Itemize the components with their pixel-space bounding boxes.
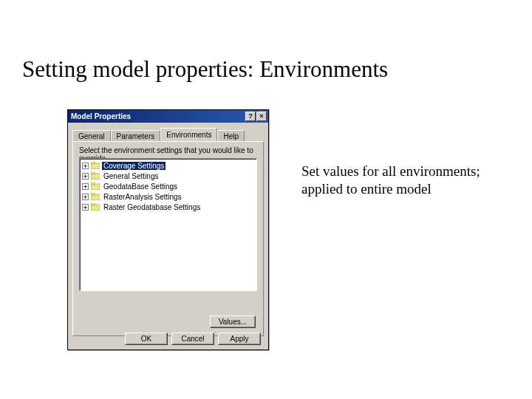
slide-annotation: Set values for all environments; applied… <box>301 163 486 198</box>
tree-row[interactable]: + Raster Geodatabase Settings <box>80 202 256 212</box>
svg-rect-9 <box>91 203 95 205</box>
tree-label[interactable]: RasterAnalysis Settings <box>102 193 183 201</box>
svg-rect-7 <box>91 193 95 195</box>
folder-icon <box>91 162 100 169</box>
slide-title: Setting model properties: Environments <box>22 56 388 83</box>
tab-panel-environments: Select the environment settings that you… <box>72 141 264 336</box>
svg-rect-5 <box>91 183 95 185</box>
titlebar-title: Model Properties <box>69 112 245 120</box>
svg-rect-1 <box>91 162 95 164</box>
tab-row: General Parameters Environments Help <box>68 123 268 141</box>
tree-row[interactable]: + Coverage Settings <box>80 160 256 171</box>
tab-parameters[interactable]: Parameters <box>111 130 161 142</box>
dialog-button-row: OK Cancel Apply <box>125 332 261 345</box>
tab-help[interactable]: Help <box>217 130 245 142</box>
expand-icon[interactable]: + <box>82 204 89 211</box>
tree-row[interactable]: + GeodataBase Settings <box>80 181 256 191</box>
values-button[interactable]: Values... <box>210 316 256 328</box>
expand-icon[interactable]: + <box>82 183 89 190</box>
model-properties-dialog: Model Properties ? × General Parameters … <box>67 109 269 350</box>
tree-row[interactable]: + General Settings <box>80 171 256 181</box>
titlebar: Model Properties ? × <box>68 110 268 123</box>
expand-icon[interactable]: + <box>82 163 89 169</box>
tree-label[interactable]: Raster Geodatabase Settings <box>102 203 202 211</box>
tree-label[interactable]: GeodataBase Settings <box>102 183 179 191</box>
expand-icon[interactable]: + <box>82 173 89 180</box>
help-button[interactable]: ? <box>245 112 256 121</box>
tab-environments[interactable]: Environments <box>160 128 217 141</box>
close-button[interactable]: × <box>256 112 267 121</box>
folder-icon <box>91 183 100 190</box>
folder-icon <box>91 172 100 180</box>
apply-button[interactable]: Apply <box>218 332 261 345</box>
folder-icon <box>91 203 100 211</box>
cancel-button[interactable]: Cancel <box>171 332 214 345</box>
ok-button[interactable]: OK <box>125 332 168 345</box>
expand-icon[interactable]: + <box>82 194 89 200</box>
tree-label[interactable]: General Settings <box>102 172 160 180</box>
svg-rect-3 <box>91 172 95 174</box>
tab-general[interactable]: General <box>72 130 111 142</box>
folder-icon <box>91 193 100 200</box>
environment-tree[interactable]: + Coverage Settings + General Settings +… <box>79 158 257 291</box>
tree-label[interactable]: Coverage Settings <box>102 162 166 170</box>
tree-row[interactable]: + RasterAnalysis Settings <box>80 191 256 202</box>
